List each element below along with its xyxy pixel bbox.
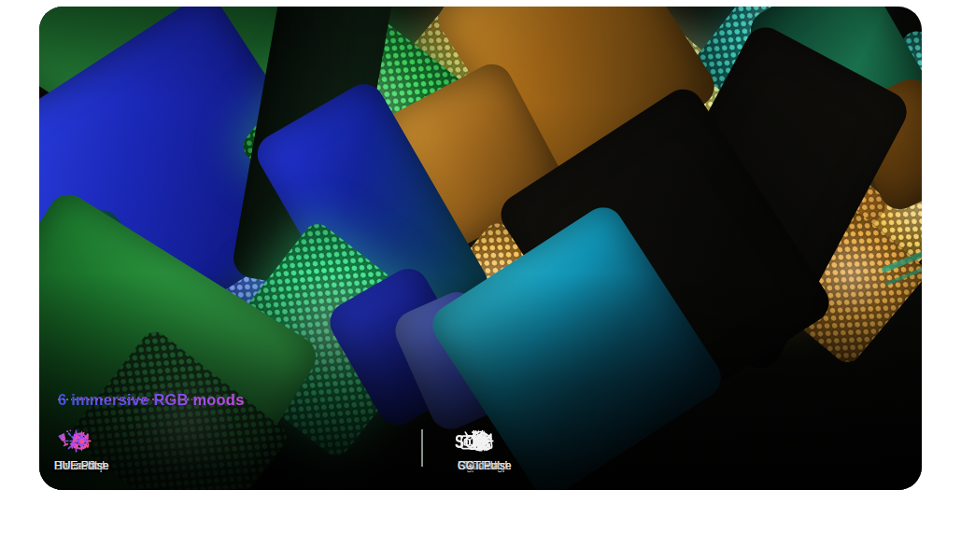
dotted-rule [58,399,204,400]
mode-hue-pulse: HUE Pulse [54,428,109,472]
hero-photo: 6 immersive RGB moods Firework [39,7,922,490]
hue-pulse-icon [69,428,94,454]
feature-overlay: 6 immersive RGB moods Firework [39,7,922,490]
group-divider [421,429,423,467]
cct-pulse-icon [472,428,497,454]
mode-label: CCT Pulse [458,459,512,472]
page: 6 immersive RGB moods Firework [0,0,961,560]
mode-label: HUE Pulse [54,459,109,472]
mode-cct-pulse: CCT Pulse [458,428,512,472]
